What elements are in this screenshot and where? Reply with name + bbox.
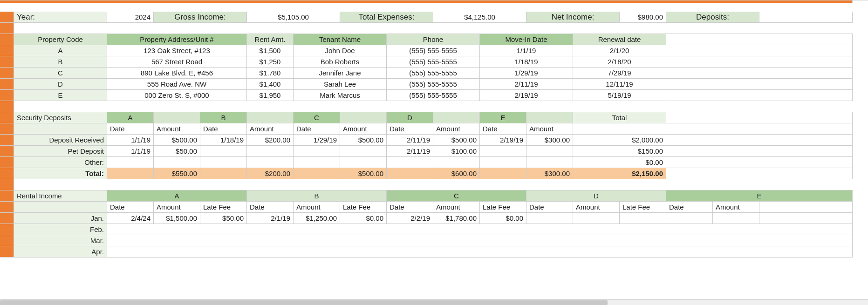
dep-received-label: Deposit Received [14,135,107,146]
prop-renewal[interactable]: 2/1/20 [573,45,666,56]
prop-tenant[interactable]: Jennifer Jane [294,68,387,79]
dep-c-date[interactable]: 1/29/19 [294,135,340,146]
prop-tenant[interactable]: Sarah Lee [294,79,387,90]
prop-address[interactable]: 000 Zero St. S, #000 [107,90,247,101]
prop-renewal[interactable]: 7/29/19 [573,68,666,79]
prop-code[interactable]: D [14,79,107,90]
pet-a-amt[interactable]: $50.00 [154,146,200,157]
prop-address[interactable]: 555 Road Ave. NW [107,79,247,90]
rent-sub-late: Late Fee [200,202,247,213]
dep-d-amt[interactable]: $500.00 [433,135,480,146]
prop-rent[interactable]: $1,500 [247,45,294,56]
rent-sub-late: Late Fee [620,202,666,213]
prop-rent[interactable]: $1,780 [247,68,294,79]
dep-received-total[interactable]: $2,000.00 [573,135,666,146]
prop-movein[interactable]: 1/18/19 [480,56,573,68]
prop-tenant[interactable]: Bob Roberts [294,56,387,68]
net-value[interactable]: $980.00 [620,12,666,23]
jan-a-late[interactable]: $50.00 [200,213,247,224]
rent-col-c: C [387,190,526,202]
dep-b-date[interactable]: 1/18/19 [200,135,247,146]
rent-sub-date: Date [387,202,433,213]
month-jan: Jan. [14,213,107,224]
prop-phone[interactable]: (555) 555-5555 [387,45,480,56]
jan-c-amt[interactable]: $1,780.00 [433,213,480,224]
prop-renewal[interactable]: 2/18/20 [573,56,666,68]
prop-address[interactable]: 123 Oak Street, #123 [107,45,247,56]
dep-sub-date: Date [107,123,154,135]
dep-total-e: $300.00 [526,168,573,179]
prop-phone[interactable]: (555) 555-5555 [387,56,480,68]
prop-tenant[interactable]: John Doe [294,45,387,56]
hdr-code: Property Code [14,34,107,45]
dep-e-amt[interactable]: $300.00 [526,135,573,146]
prop-phone[interactable]: (555) 555-5555 [387,79,480,90]
rental-title: Rental Income [14,190,107,202]
dep-sub-amt: Amount [247,123,294,135]
prop-movein[interactable]: 2/11/19 [480,79,573,90]
year-value[interactable]: 2024 [107,12,154,23]
prop-code[interactable]: C [14,68,107,79]
spreadsheet-grid: Year: 2024 Gross Income: $5,105.00 Total… [0,0,868,258]
jan-a-amt[interactable]: $1,500.00 [154,213,200,224]
hdr-address: Property Address/Unit # [107,34,247,45]
pet-total[interactable]: $150.00 [573,146,666,157]
jan-a-date[interactable]: 2/4/24 [107,213,154,224]
prop-address[interactable]: 567 Street Road [107,56,247,68]
accent-left2 [5,12,14,23]
dep-b-amt[interactable]: $200.00 [247,135,294,146]
prop-code[interactable]: E [14,90,107,101]
gross-value[interactable]: $5,105.00 [247,12,340,23]
dep-pet-label: Pet Deposit [14,146,107,157]
jan-b-date[interactable]: 2/1/19 [247,213,294,224]
prop-rent[interactable]: $1,950 [247,90,294,101]
dep-e-date[interactable]: 2/19/19 [480,135,526,146]
jan-b-late[interactable]: $0.00 [340,213,387,224]
pet-d-date[interactable]: 2/11/19 [387,146,433,157]
jan-b-amt[interactable]: $1,250.00 [294,213,340,224]
prop-code[interactable]: B [14,56,107,68]
prop-rent[interactable]: $1,400 [247,79,294,90]
dep-sub-date: Date [480,123,526,135]
prop-phone[interactable]: (555) 555-5555 [387,68,480,79]
jan-c-late[interactable]: $0.00 [480,213,526,224]
dep-total-a: $550.00 [154,168,200,179]
dep-sub-amt: Amount [340,123,387,135]
month-apr: Apr. [14,246,107,258]
deposits-label: Deposits: [666,12,759,23]
jan-c-date[interactable]: 2/2/19 [387,213,433,224]
prop-rent[interactable]: $1,250 [247,56,294,68]
prop-address[interactable]: 890 Lake Blvd. E, #456 [107,68,247,79]
gross-label: Gross Income: [154,12,247,23]
prop-renewal[interactable]: 12/11/19 [573,79,666,90]
pet-a-date[interactable]: 1/1/19 [107,146,154,157]
dep-d-date[interactable]: 2/11/19 [387,135,433,146]
rent-sub-amt: Amount [294,202,340,213]
prop-tenant[interactable]: Mark Marcus [294,90,387,101]
hdr-tenant: Tenant Name [294,34,387,45]
dep-a-date[interactable]: 1/1/19 [107,135,154,146]
prop-movein[interactable]: 2/19/19 [480,90,573,101]
rent-col-e: E [666,190,853,202]
prop-code[interactable]: A [14,45,107,56]
dep-sub-date: Date [387,123,433,135]
prop-renewal[interactable]: 5/19/19 [573,90,666,101]
rent-sub-late: Late Fee [340,202,387,213]
other-total[interactable]: $0.00 [573,157,666,168]
deposits-value-empty[interactable] [759,12,853,23]
expenses-value[interactable]: $4,125.00 [433,12,526,23]
pet-d-amt[interactable]: $100.00 [433,146,480,157]
dep-c-amt[interactable]: $500.00 [340,135,387,146]
rent-sub-amt: Amount [573,202,620,213]
prop-movein[interactable]: 1/1/19 [480,45,573,56]
rent-sub-amt: Amount [154,202,200,213]
dep-a-amt[interactable]: $500.00 [154,135,200,146]
prop-phone[interactable]: (555) 555-5555 [387,90,480,101]
dep-total-label: Total: [14,168,107,179]
dep-col-total: Total [573,112,666,123]
rent-sub-late: Late Fee [480,202,526,213]
rent-sub-date: Date [666,202,713,213]
dep-col-a: A [107,112,154,123]
deposits-title: Security Deposits [14,112,107,123]
prop-movein[interactable]: 1/29/19 [480,68,573,79]
